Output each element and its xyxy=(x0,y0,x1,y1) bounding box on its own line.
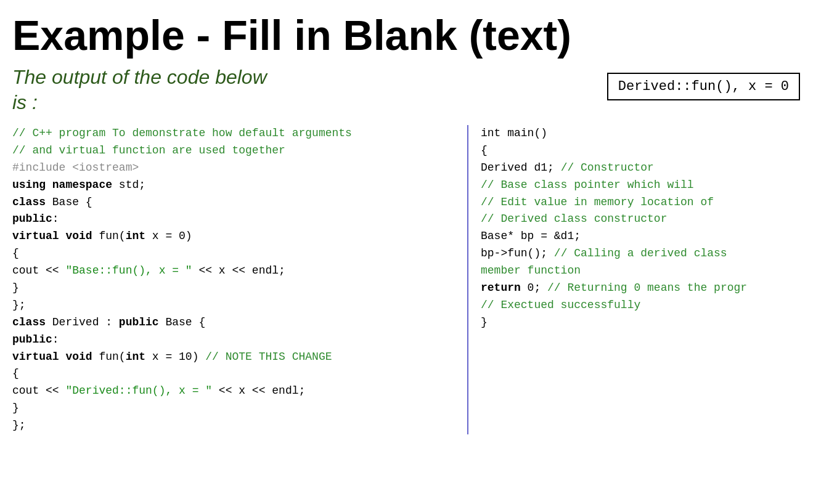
code-line: { xyxy=(481,142,819,160)
code-line: #include <iostream> xyxy=(12,160,461,177)
code-line: // Edit value in memory location of xyxy=(481,194,819,211)
code-line: // and virtual function are used togethe… xyxy=(12,142,461,160)
code-line: // Base class pointer which will xyxy=(481,177,819,194)
code-line: member function xyxy=(481,262,819,280)
page-container: Example - Fill in Blank (text) The outpu… xyxy=(0,0,837,504)
code-area: // C++ program To demonstrate how defaul… xyxy=(12,125,819,434)
code-line: // C++ program To demonstrate how defaul… xyxy=(12,125,461,142)
code-right: int main(){ Derived d1; // Constructor /… xyxy=(468,125,819,434)
code-line: bp->fun(); // Calling a derived class xyxy=(481,245,819,262)
code-line: Derived d1; // Constructor xyxy=(481,160,819,177)
code-line: virtual void fun(int x = 10) // NOTE THI… xyxy=(12,349,461,366)
code-line: }; xyxy=(12,417,461,434)
code-line: public: xyxy=(12,331,461,349)
code-line: { xyxy=(12,365,461,383)
code-line: Base* bp = &d1; xyxy=(481,228,819,245)
code-line: class Base { xyxy=(12,194,461,211)
code-line: }; xyxy=(12,297,461,314)
code-line: int main() xyxy=(481,125,819,142)
subtitle-line2: is : xyxy=(12,91,38,113)
code-left: // C++ program To demonstrate how defaul… xyxy=(12,125,468,434)
code-line: // Derived class constructor xyxy=(481,211,819,228)
code-line: class Derived : public Base { xyxy=(12,314,461,331)
code-line: // Exectued successfully xyxy=(481,297,819,314)
code-line: } xyxy=(481,314,819,331)
code-line: cout << "Base::fun(), x = " << x << endl… xyxy=(12,262,461,280)
code-line: using namespace std; xyxy=(12,177,461,194)
page-title: Example - Fill in Blank (text) xyxy=(12,12,819,59)
code-line: virtual void fun(int x = 0) xyxy=(12,228,461,245)
code-line: return 0; // Returning 0 means the progr xyxy=(481,280,819,297)
subtitle-line1: The output of the code below xyxy=(12,66,267,88)
code-line: cout << "Derived::fun(), x = " << x << e… xyxy=(12,383,461,400)
code-line: } xyxy=(12,280,461,297)
code-line: { xyxy=(12,245,461,262)
code-line: public: xyxy=(12,211,461,228)
code-line: } xyxy=(12,400,461,417)
answer-box: Derived::fun(), x = 0 xyxy=(607,73,800,100)
